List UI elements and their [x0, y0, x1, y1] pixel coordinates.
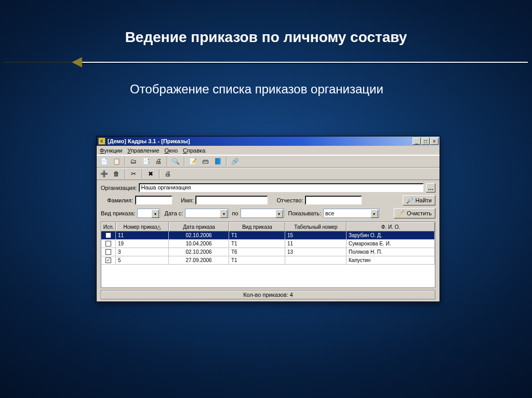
toolbar-separator [226, 157, 227, 166]
toolbar-main: 📄 📋 🗂 📑 🖨 🔍 📝 🗃 📘 🔗 [97, 155, 440, 168]
order-type-label: Вид приказа: [101, 210, 135, 216]
slide-divider [4, 56, 528, 71]
title-bar[interactable]: К [Демо] Кадры 3.1 - [Приказы] _ □ × [97, 136, 440, 146]
cell-tabnum: 13 [285, 248, 347, 256]
cell-tabnum: 15 [285, 231, 347, 240]
toolbar-separator [125, 157, 125, 166]
menu-window[interactable]: Окно [165, 147, 178, 154]
window-title: [Демо] Кадры 3.1 - [Приказы] [108, 138, 413, 144]
slide-title: Ведение приказов по личному составу [0, 29, 532, 46]
org-input[interactable]: Наша организация [139, 183, 424, 193]
patronymic-label: Отчество: [276, 197, 303, 203]
col-header-date[interactable]: Дата приказа [169, 222, 229, 231]
menu-bar: Функции Управление Окно Справка [97, 146, 440, 155]
cell-type: T1 [229, 231, 285, 240]
toolbar-separator [142, 169, 142, 179]
org-label: Организация: [101, 185, 137, 191]
copy-icon[interactable]: 📑 [141, 156, 151, 167]
toolbar-secondary: ➕ 🗑 ✂ ✖ 🖨 [97, 168, 440, 180]
maximize-button[interactable]: □ [421, 138, 430, 145]
close-button[interactable]: × [430, 138, 438, 145]
cell-date: 27.09.2006 [169, 256, 229, 265]
toolbar-separator [125, 169, 125, 179]
date-from-label: Дата с: [164, 210, 183, 216]
cell-type: T1 [229, 256, 285, 265]
menu-functions[interactable]: Функции [100, 147, 122, 154]
cell-fio: Поляков Н. П. [347, 248, 435, 256]
table-row[interactable]: 1102.10.2006T115Зарубин О. Д. [101, 231, 435, 240]
col-header-isp[interactable]: Исп. [101, 222, 116, 231]
toolbar-separator [167, 157, 167, 166]
cancel-icon[interactable]: ✖ [145, 169, 156, 179]
app-icon: К [98, 138, 105, 145]
cell-tabnum [285, 256, 347, 265]
print2-icon[interactable]: 🖨 [163, 169, 173, 179]
cell-number: 19 [116, 240, 169, 248]
cell-checkbox[interactable] [101, 231, 116, 240]
date-to-select[interactable] [241, 209, 284, 218]
filter-form: Организация: Наша организация … Фамилия:… [97, 180, 440, 221]
cell-number: 3 [116, 248, 169, 256]
cell-checkbox[interactable]: ✓ [101, 256, 116, 265]
show-select[interactable]: все [323, 209, 379, 218]
order-type-select[interactable] [137, 209, 160, 218]
cell-checkbox[interactable] [101, 240, 116, 248]
date-from-select[interactable] [185, 209, 229, 218]
list-icon[interactable]: 📋 [111, 156, 122, 167]
status-count: Кол-во приказов: 4 [243, 292, 293, 298]
print-icon[interactable]: 🖨 [153, 156, 164, 167]
brush-icon: 🧹 [397, 210, 405, 217]
orders-grid: Исп. Номер приказ△ Дата приказа Вид прик… [101, 222, 435, 288]
cell-date: 10.04.2006 [169, 240, 229, 248]
surname-label: Фамилия: [101, 197, 133, 203]
grid-header: Исп. Номер приказ△ Дата приказа Вид прик… [101, 222, 435, 231]
document-icon[interactable]: 📄 [99, 156, 109, 167]
grid-body: 1102.10.2006T115Зарубин О. Д.1910.04.200… [101, 231, 435, 287]
app-window: К [Демо] Кадры 3.1 - [Приказы] _ □ × Фун… [96, 136, 440, 302]
search-icon[interactable]: 🔍 [170, 156, 181, 167]
slide-subtitle: Отображение списка приказов организации [130, 81, 421, 98]
cell-tabnum: 11 [285, 240, 347, 248]
col-header-number[interactable]: Номер приказ△ [116, 222, 169, 231]
cell-checkbox[interactable] [101, 248, 116, 256]
col-header-type[interactable]: Вид приказа [229, 222, 285, 231]
status-bar: Кол-во приказов: 4 [101, 290, 435, 299]
clear-button[interactable]: 🧹Очистить [394, 208, 435, 218]
cell-fio: Капустин [347, 256, 435, 265]
box-icon[interactable]: 🗃 [200, 156, 210, 167]
col-header-tabnum[interactable]: Табельный номер [285, 222, 347, 231]
table-row[interactable]: ✓527.09.2006T1Капустин [101, 256, 435, 265]
firstname-label: Имя: [181, 197, 193, 203]
cell-type: T6 [229, 248, 285, 256]
org-browse-button[interactable]: … [426, 183, 435, 193]
toolbar-separator [184, 157, 184, 166]
minimize-button[interactable]: _ [413, 138, 421, 145]
cell-fio: Зарубин О. Д. [347, 231, 435, 240]
table-row[interactable]: 1910.04.2006T111Сумарокова Е. И. [101, 240, 435, 248]
link-icon[interactable]: 🔗 [230, 156, 240, 167]
firstname-input[interactable] [195, 196, 268, 205]
add-icon[interactable]: ➕ [99, 169, 109, 179]
book-icon[interactable]: 📘 [212, 156, 223, 167]
cell-fio: Сумарокова Е. И. [347, 240, 435, 248]
cell-date: 02.10.2006 [169, 248, 229, 256]
date-to-label: по [232, 210, 238, 216]
cell-type: T1 [229, 240, 285, 248]
show-label: Показывать: [288, 210, 321, 216]
binoculars-icon: 🔎 [406, 197, 414, 204]
find-button[interactable]: 🔎Найти [403, 195, 435, 205]
delete-icon[interactable]: 🗑 [111, 169, 122, 179]
edit-icon[interactable]: 📝 [188, 156, 198, 167]
card-icon[interactable]: 🗂 [128, 156, 139, 167]
col-header-fio[interactable]: Ф. И. О. [347, 222, 435, 231]
menu-management[interactable]: Управление [127, 147, 159, 154]
surname-input[interactable] [135, 196, 172, 205]
scissors-icon[interactable]: ✂ [128, 169, 139, 179]
cell-number: 5 [116, 256, 169, 265]
patronymic-input[interactable] [305, 196, 362, 205]
table-row[interactable]: 302.10.2006T613Поляков Н. П. [101, 248, 435, 256]
svg-marker-0 [4, 57, 82, 67]
menu-help[interactable]: Справка [183, 147, 205, 154]
toolbar-separator [159, 169, 159, 179]
cell-number: 11 [116, 231, 169, 240]
